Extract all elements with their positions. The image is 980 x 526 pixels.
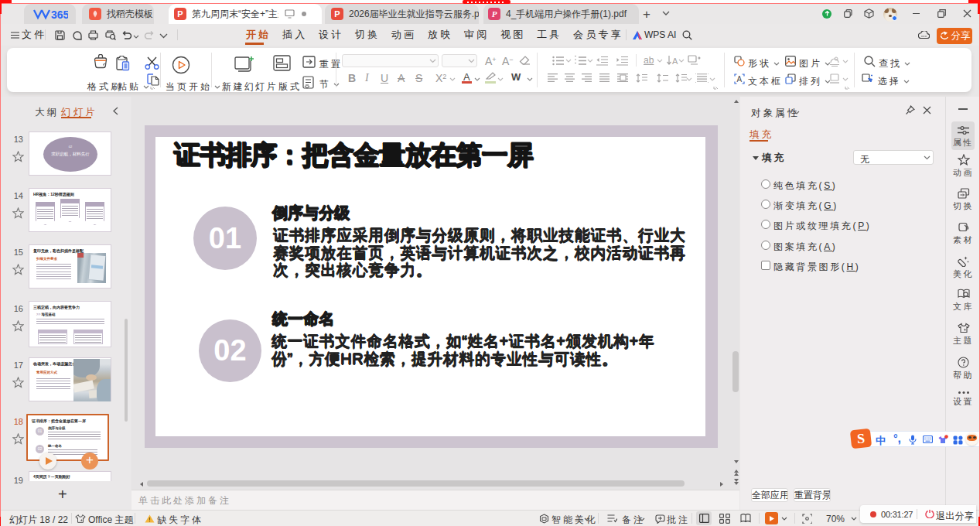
svg-text:A: A — [737, 75, 743, 84]
svg-text:A: A — [672, 56, 678, 66]
svg-text:365: 365 — [51, 9, 68, 20]
